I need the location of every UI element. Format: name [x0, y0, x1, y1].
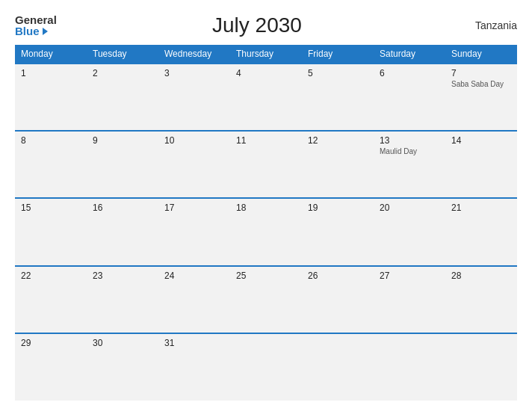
- day-number: 13: [380, 135, 439, 146]
- day-number: 26: [308, 271, 368, 281]
- calendar-cell: 26: [302, 266, 374, 333]
- day-number: 22: [21, 271, 81, 281]
- calendar-cell: 9: [87, 131, 158, 198]
- calendar-body: 1234567Saba Saba Day8910111213Maulid Day…: [15, 64, 517, 401]
- calendar-cell: 11: [230, 131, 302, 198]
- calendar-cell: 4: [230, 64, 302, 131]
- day-number: 19: [308, 203, 368, 213]
- day-number: 25: [236, 271, 296, 281]
- calendar-cell: 6: [374, 64, 445, 131]
- calendar-week-row: 15161718192021: [15, 198, 517, 265]
- header-wednesday: Wednesday: [158, 45, 230, 64]
- day-number: 16: [93, 203, 152, 213]
- day-number: 20: [380, 203, 439, 213]
- logo-blue-text: Blue: [15, 25, 40, 37]
- header-saturday: Saturday: [374, 45, 445, 64]
- day-number: 4: [236, 68, 296, 78]
- day-number: 14: [451, 135, 511, 146]
- calendar-cell: 12: [302, 131, 374, 198]
- calendar-title: July 2030: [57, 13, 457, 37]
- calendar-cell: 10: [158, 131, 230, 198]
- day-number: 31: [164, 338, 224, 348]
- calendar-cell: 19: [302, 198, 374, 265]
- day-number: 21: [451, 203, 511, 213]
- calendar-week-row: 293031: [15, 333, 517, 401]
- day-number: 24: [164, 271, 224, 281]
- calendar-cell: 29: [15, 333, 87, 401]
- calendar-cell: 23: [87, 266, 158, 333]
- logo: General Blue: [15, 14, 57, 37]
- calendar-page: General Blue July 2030 Tanzania Monday T…: [0, 0, 532, 411]
- calendar-cell: 1: [15, 64, 87, 131]
- day-number: 7: [451, 68, 511, 78]
- calendar-table: Monday Tuesday Wednesday Thursday Friday…: [15, 45, 517, 401]
- day-number: 8: [21, 135, 81, 146]
- day-number: 12: [308, 135, 368, 146]
- calendar-cell: [374, 333, 445, 401]
- calendar-week-row: 1234567Saba Saba Day: [15, 64, 517, 131]
- calendar-cell: 31: [158, 333, 230, 401]
- header-sunday: Sunday: [445, 45, 517, 64]
- calendar-cell: 13Maulid Day: [374, 131, 445, 198]
- header-friday: Friday: [302, 45, 374, 64]
- day-number: 18: [236, 203, 296, 213]
- day-number: 5: [308, 68, 368, 78]
- day-number: 2: [93, 68, 152, 78]
- calendar-header: Monday Tuesday Wednesday Thursday Friday…: [15, 45, 517, 64]
- day-number: 10: [164, 135, 224, 146]
- day-number: 3: [164, 68, 224, 78]
- calendar-cell: 17: [158, 198, 230, 265]
- header-thursday: Thursday: [230, 45, 302, 64]
- day-number: 15: [21, 203, 81, 213]
- calendar-cell: 20: [374, 198, 445, 265]
- day-number: 1: [21, 68, 81, 78]
- calendar-cell: 8: [15, 131, 87, 198]
- day-number: 9: [93, 135, 152, 146]
- header-row: Monday Tuesday Wednesday Thursday Friday…: [15, 45, 517, 64]
- calendar-cell: 3: [158, 64, 230, 131]
- top-bar: General Blue July 2030 Tanzania: [15, 13, 517, 37]
- calendar-cell: 18: [230, 198, 302, 265]
- calendar-cell: 25: [230, 266, 302, 333]
- calendar-cell: [302, 333, 374, 401]
- header-tuesday: Tuesday: [87, 45, 158, 64]
- calendar-cell: 30: [87, 333, 158, 401]
- logo-blue-row: Blue: [15, 25, 48, 37]
- day-number: 11: [236, 135, 296, 146]
- calendar-cell: [230, 333, 302, 401]
- header-monday: Monday: [15, 45, 87, 64]
- calendar-cell: 5: [302, 64, 374, 131]
- day-number: 27: [380, 271, 439, 281]
- day-number: 30: [93, 338, 152, 348]
- calendar-cell: 16: [87, 198, 158, 265]
- logo-triangle-icon: [43, 28, 48, 35]
- logo-general-text: General: [15, 14, 57, 25]
- calendar-cell: 22: [15, 266, 87, 333]
- calendar-cell: 14: [445, 131, 517, 198]
- calendar-cell: 21: [445, 198, 517, 265]
- calendar-cell: 27: [374, 266, 445, 333]
- day-number: 6: [380, 68, 439, 78]
- calendar-cell: 24: [158, 266, 230, 333]
- calendar-cell: 28: [445, 266, 517, 333]
- country-label: Tanzania: [457, 19, 517, 31]
- day-number: 23: [93, 271, 152, 281]
- day-number: 29: [21, 338, 81, 348]
- calendar-cell: [445, 333, 517, 401]
- holiday-label: Maulid Day: [380, 147, 439, 155]
- calendar-week-row: 8910111213Maulid Day14: [15, 131, 517, 198]
- day-number: 28: [451, 271, 511, 281]
- calendar-week-row: 22232425262728: [15, 266, 517, 333]
- calendar-cell: 2: [87, 64, 158, 131]
- holiday-label: Saba Saba Day: [451, 80, 511, 88]
- calendar-cell: 15: [15, 198, 87, 265]
- calendar-cell: 7Saba Saba Day: [445, 64, 517, 131]
- day-number: 17: [164, 203, 224, 213]
